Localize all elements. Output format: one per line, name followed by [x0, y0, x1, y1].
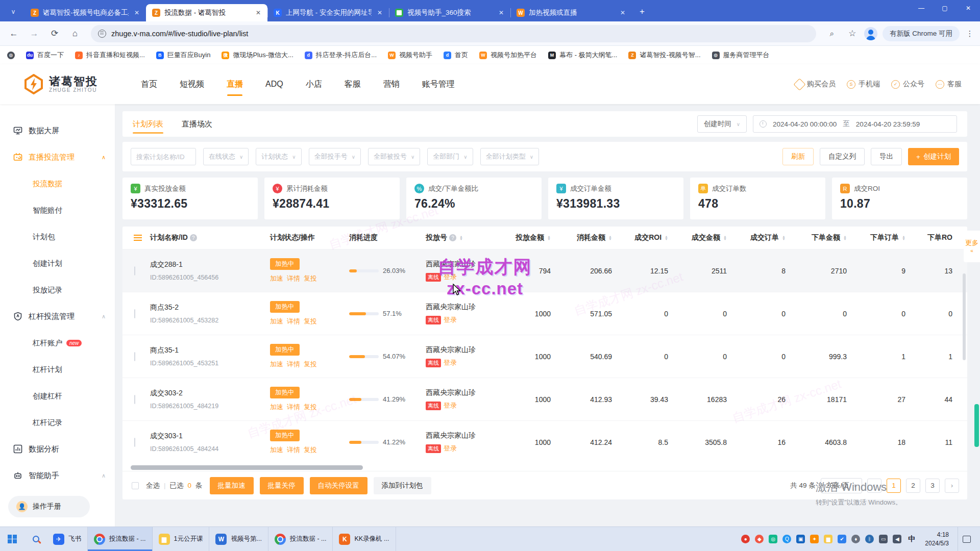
help-icon[interactable]: ?: [449, 234, 456, 241]
hscroll-thumb[interactable]: [131, 465, 363, 470]
action-link-详情[interactable]: 详情: [287, 360, 300, 369]
tab-close-icon[interactable]: ✕: [133, 9, 141, 16]
customize-columns-button[interactable]: 自定义列: [820, 148, 865, 165]
app-logo[interactable]: 诸葛智投 ZHUGE ZHITOU: [23, 74, 120, 94]
prev-page-button[interactable]: ‹: [867, 479, 881, 493]
footer-button-3[interactable]: 自动关停设置: [310, 477, 368, 494]
page-size-select[interactable]: 20条/页 ∨: [821, 478, 862, 493]
bookmark-globe-icon[interactable]: ◍: [7, 52, 15, 59]
close-button[interactable]: ✕: [957, 0, 980, 16]
tray-bluetooth-icon[interactable]: ᛒ: [865, 535, 874, 543]
tray-shield-icon[interactable]: ✔: [838, 535, 846, 543]
table-vertical-scrollbar[interactable]: [963, 273, 966, 360]
taskbar-app-2[interactable]: 投流数据 - ...: [88, 527, 153, 551]
plan-search-input[interactable]: [131, 148, 196, 165]
page-button-1[interactable]: 1: [887, 479, 901, 493]
filter-select-5[interactable]: 全部部门∨: [427, 148, 473, 165]
action-link-复投[interactable]: 复投: [304, 445, 317, 455]
tray-volume-icon[interactable]: ◀: [893, 535, 901, 543]
select-all-label[interactable]: 全选: [146, 481, 160, 490]
login-link[interactable]: 登录: [444, 358, 457, 367]
tab-close-icon[interactable]: ✕: [497, 9, 505, 16]
sidebar-subitem-创建杠杆[interactable]: 创建杠杆: [0, 383, 115, 409]
taskbar-app-6[interactable]: KKK录像机 ...: [333, 527, 396, 551]
bookmark-item[interactable]: d抖店登录-抖店后台...: [305, 51, 377, 60]
page-button-3[interactable]: 3: [925, 479, 940, 493]
filter-select-4[interactable]: 全部被投号∨: [368, 148, 420, 165]
sort-icon[interactable]: ▲▼: [665, 235, 668, 240]
sort-icon[interactable]: ▲▼: [723, 235, 727, 240]
browser-tab[interactable]: Z诸葛智投-视频号电商必备工具✕: [24, 4, 146, 21]
tray-pink-icon[interactable]: ◆: [755, 535, 764, 543]
action-link-复投[interactable]: 复投: [304, 317, 317, 326]
action-link-加速[interactable]: 加速: [270, 445, 283, 455]
bookmark-item[interactable]: 微微现场Plus-微信大...: [222, 51, 293, 60]
profile-avatar[interactable]: [864, 27, 877, 40]
tray-red-icon[interactable]: ●: [741, 535, 750, 543]
filter-select-1[interactable]: 在线状态∨: [203, 148, 249, 165]
header-action-2[interactable]: S手机端: [847, 80, 880, 89]
taskbar-clock[interactable]: 4:18 2024/5/3: [922, 531, 952, 547]
filter-select-2[interactable]: 计划状态∨: [256, 148, 301, 165]
action-link-详情[interactable]: 详情: [287, 445, 300, 455]
footer-button-2[interactable]: 批量关停: [260, 477, 304, 494]
sidebar-item-杠杆投流管理[interactable]: 杠杆投流管理∧: [0, 303, 115, 330]
bookmark-item[interactable]: M幕布 - 极简大纲笔...: [548, 51, 617, 60]
nav-item-4[interactable]: ADQ: [265, 64, 283, 104]
filter-select-3[interactable]: 全部投手号∨: [309, 148, 361, 165]
bookmark-item[interactable]: ◍服务商管理平台: [712, 51, 770, 60]
bookmark-item[interactable]: d首页: [444, 51, 468, 60]
action-link-加速[interactable]: 加速: [270, 403, 283, 412]
address-bar[interactable]: zhuge.v-ma.com/#/live-studio/live-plan/l…: [91, 25, 816, 42]
action-link-详情[interactable]: 详情: [287, 274, 300, 283]
header-action-1[interactable]: 购买会员: [795, 80, 836, 89]
time-field-select[interactable]: 创建时间 ∨: [697, 115, 747, 133]
reload-icon[interactable]: ⟳: [46, 25, 63, 42]
sidebar-item-直播投流管理[interactable]: 直播投流管理∧: [0, 144, 115, 170]
browser-tab[interactable]: Z投流数据 - 诸葛智投✕: [146, 4, 267, 21]
nav-item-7[interactable]: 营销: [383, 64, 400, 104]
login-link[interactable]: 登录: [444, 315, 457, 324]
sidebar-item-数据大屏[interactable]: 数据大屏: [0, 117, 115, 144]
taskbar-app-3[interactable]: ▆1元公开课: [153, 527, 210, 551]
tab-search-chevron-icon[interactable]: v: [4, 4, 22, 19]
bookmark-item[interactable]: Z诸葛智投-视频号智...: [628, 51, 700, 60]
select-all-checkbox[interactable]: [132, 482, 139, 489]
browser-tab[interactable]: K上网导航 - 安全实用的网址导航✕: [267, 4, 389, 21]
sidebar-subitem-投放记录[interactable]: 投放记录: [0, 277, 115, 303]
sidebar-item-数据分析[interactable]: 数据分析: [0, 436, 115, 462]
tab-close-icon[interactable]: ✕: [376, 9, 384, 16]
tray-teal-icon[interactable]: ◎: [769, 535, 777, 543]
manual-button[interactable]: 👤 操作手册: [8, 496, 90, 517]
header-action-4[interactable]: ⋯客服: [936, 80, 962, 89]
nav-item-5[interactable]: 小店: [306, 64, 322, 104]
filter-select-6[interactable]: 全部计划类型∨: [480, 148, 539, 165]
nav-item-6[interactable]: 客服: [345, 64, 361, 104]
tray-blue-icon[interactable]: Q: [782, 535, 791, 543]
next-page-button[interactable]: ›: [945, 479, 959, 493]
start-button[interactable]: [0, 527, 24, 551]
content-tab-2[interactable]: 直播场次: [182, 111, 212, 137]
taskbar-search-button[interactable]: [24, 527, 47, 551]
sidebar-subitem-投流数据[interactable]: 投流数据: [0, 170, 115, 197]
login-link[interactable]: 登录: [444, 401, 457, 410]
new-tab-button[interactable]: +: [635, 5, 649, 19]
login-link[interactable]: 登录: [444, 444, 457, 453]
back-icon[interactable]: ←: [5, 25, 22, 42]
refresh-button[interactable]: 刷新: [782, 148, 814, 165]
action-link-加速[interactable]: 加速: [270, 360, 283, 369]
tray-folder-icon[interactable]: ▆: [824, 535, 832, 543]
minimize-button[interactable]: —: [910, 0, 933, 16]
login-link[interactable]: 登录: [444, 272, 457, 282]
bookmark-item[interactable]: ♪抖音直播和短视频...: [75, 51, 145, 60]
tray-orange-icon[interactable]: ✦: [810, 535, 819, 543]
sort-icon[interactable]: ▲▼: [902, 235, 905, 240]
row-checkbox[interactable]: [134, 438, 135, 447]
ime-indicator[interactable]: 中: [907, 535, 916, 544]
action-link-详情[interactable]: 详情: [287, 317, 300, 326]
column-settings-icon[interactable]: [134, 235, 142, 241]
bookmark-item[interactable]: W视频号助手: [388, 51, 432, 60]
sidebar-subitem-杠杆记录[interactable]: 杠杆记录: [0, 409, 115, 436]
page-button-2[interactable]: 2: [906, 479, 920, 493]
sidebar-subitem-杠杆计划[interactable]: 杠杆计划: [0, 356, 115, 383]
